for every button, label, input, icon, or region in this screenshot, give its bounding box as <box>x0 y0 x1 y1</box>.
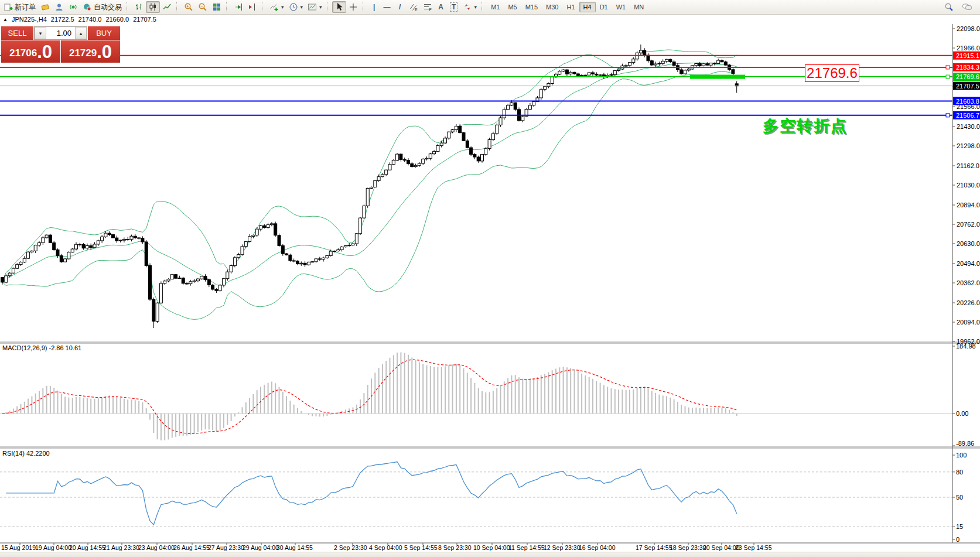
timeframe-d1[interactable]: D1 <box>596 2 612 12</box>
volume-increase-button[interactable]: ▴ <box>75 27 87 39</box>
dropdown-caret-icon: ▾ <box>319 4 322 10</box>
sell-button[interactable]: SELL <box>1 26 33 40</box>
time-axis[interactable]: 15 Aug 201919 Aug 04:0020 Aug 14:5521 Au… <box>1 543 772 551</box>
new-order-button[interactable]: 新订单 <box>2 1 38 13</box>
signal-button[interactable] <box>66 1 80 13</box>
volume-decrease-button[interactable]: ▾ <box>35 27 46 39</box>
ohlc-low: 21660.0 <box>105 16 129 23</box>
svg-text:20362.0: 20362.0 <box>957 279 980 286</box>
svg-text:184.98: 184.98 <box>956 343 976 350</box>
candlestick-icon <box>148 2 158 12</box>
search-button[interactable] <box>942 1 956 13</box>
horizontal-line-icon: — <box>384 3 391 11</box>
cursor-button[interactable] <box>332 1 346 13</box>
auto-scroll-button[interactable] <box>231 1 245 13</box>
auto-trading-icon <box>83 2 92 12</box>
chart-area[interactable]: 22098.021966.021834.021702.021566.021430… <box>0 24 980 552</box>
svg-text:100: 100 <box>956 452 967 459</box>
auto-trading-label: 自动交易 <box>94 2 122 12</box>
template-icon <box>308 2 317 12</box>
collapse-icon[interactable]: ▲ <box>3 17 8 22</box>
dropdown-caret-icon: ▾ <box>301 4 303 10</box>
chat-button[interactable] <box>959 1 975 13</box>
quotes-button[interactable] <box>38 1 52 13</box>
svg-text:20630.0: 20630.0 <box>957 240 980 247</box>
horizontal-line-button[interactable]: — <box>381 1 394 13</box>
svg-text:12 Sep 23:30: 12 Sep 23:30 <box>544 544 581 551</box>
timeframe-m5[interactable]: M5 <box>504 2 521 12</box>
profile-button[interactable] <box>52 1 66 13</box>
svg-text:20762.0: 20762.0 <box>957 221 980 228</box>
volume-input[interactable]: 1.00 <box>46 27 75 39</box>
chart-canvas[interactable]: 22098.021966.021834.021702.021566.021430… <box>0 24 980 552</box>
timeframe-w1[interactable]: W1 <box>612 2 630 12</box>
svg-text:21030.0: 21030.0 <box>957 182 980 189</box>
quotes-icon <box>40 2 50 12</box>
timeframe-mn[interactable]: MN <box>630 2 648 12</box>
templates-button[interactable]: ▾ <box>305 1 325 13</box>
timeframe-h1[interactable]: H1 <box>563 2 579 12</box>
bar-chart-button[interactable] <box>132 1 146 13</box>
svg-text:20894.0: 20894.0 <box>957 201 980 209</box>
svg-text:15 Aug 2019: 15 Aug 2019 <box>1 544 36 551</box>
toolbar-separator <box>262 2 265 12</box>
svg-text:E: E <box>415 8 418 12</box>
svg-text:18 Sep 23:30: 18 Sep 23:30 <box>670 544 706 551</box>
text-label-button[interactable]: T <box>448 1 460 13</box>
svg-text:27 Aug 23:30: 27 Aug 23:30 <box>208 544 244 551</box>
zoom-in-button[interactable] <box>182 1 196 13</box>
auto-trading-button[interactable]: 自动交易 <box>80 1 124 13</box>
vertical-line-button[interactable]: | <box>368 1 381 13</box>
svg-text:4 Sep 04:00: 4 Sep 04:00 <box>369 544 402 551</box>
svg-text:5 Sep 14:55: 5 Sep 14:55 <box>404 544 438 551</box>
one-click-trading-panel[interactable]: SELL ▾ 1.00 ▴ BUY 21706.0 21729.0 <box>1 26 120 63</box>
sell-price[interactable]: 21706.0 <box>1 40 60 63</box>
turning-point-annotation[interactable]: 多空转折点 <box>763 115 848 136</box>
dropdown-caret-icon: ▾ <box>474 4 477 10</box>
volume-stepper[interactable]: ▾ 1.00 ▴ <box>34 26 87 40</box>
text-label-icon: T <box>450 2 457 12</box>
price-annotation-box[interactable]: 21769.6 <box>805 64 859 82</box>
fibonacci-button[interactable]: F <box>421 1 435 13</box>
arrows-button[interactable]: ▾ <box>460 1 480 13</box>
auto-scroll-icon <box>234 2 243 12</box>
svg-text:F: F <box>429 8 431 12</box>
line-chart-button[interactable] <box>160 1 174 13</box>
crosshair-icon <box>349 2 358 12</box>
ohlc-high: 21740.0 <box>78 16 102 23</box>
svg-text:30 Aug 14:55: 30 Aug 14:55 <box>276 544 313 551</box>
indicators-button[interactable]: ▾ <box>267 1 286 13</box>
buy-price-pips: .0 <box>97 43 112 61</box>
chart-window-header: ▲ JPN225-,H4 21722.5 21740.0 21660.0 217… <box>0 15 980 24</box>
zoom-out-button[interactable] <box>196 1 210 13</box>
svg-text:29 Aug 04:00: 29 Aug 04:00 <box>243 544 279 551</box>
svg-text:20494.0: 20494.0 <box>957 260 980 267</box>
bar-chart-icon <box>134 2 144 12</box>
buy-price[interactable]: 21729.0 <box>61 40 120 63</box>
buy-price-main: 21729 <box>69 46 97 61</box>
channel-button[interactable]: E <box>407 1 421 13</box>
svg-text:21 Aug 23:30: 21 Aug 23:30 <box>103 544 139 551</box>
chart-shift-icon <box>248 2 257 12</box>
signal-icon <box>69 2 78 12</box>
svg-text:22098.0: 22098.0 <box>957 25 980 32</box>
clock-icon <box>289 2 298 12</box>
trendline-button[interactable]: / <box>394 1 407 13</box>
vertical-line-icon: | <box>373 3 375 11</box>
periods-button[interactable]: ▾ <box>286 1 306 13</box>
tile-windows-button[interactable] <box>210 1 224 13</box>
timeframe-h4[interactable]: H4 <box>579 2 596 12</box>
candlestick-chart-button[interactable] <box>146 1 160 13</box>
toolbar-separator <box>127 2 129 12</box>
new-order-label: 新订单 <box>15 2 36 12</box>
crosshair-button[interactable] <box>346 1 360 13</box>
timeframe-m15[interactable]: M15 <box>521 2 542 12</box>
timeframe-m30[interactable]: M30 <box>542 2 562 12</box>
channel-icon: E <box>409 2 418 12</box>
ohlc-close: 21707.5 <box>133 16 156 23</box>
text-button[interactable]: A <box>435 1 448 13</box>
buy-button[interactable]: BUY <box>88 26 120 40</box>
timeframe-m1[interactable]: M1 <box>487 2 504 12</box>
status-bar <box>0 552 980 557</box>
chart-shift-button[interactable] <box>245 1 259 13</box>
